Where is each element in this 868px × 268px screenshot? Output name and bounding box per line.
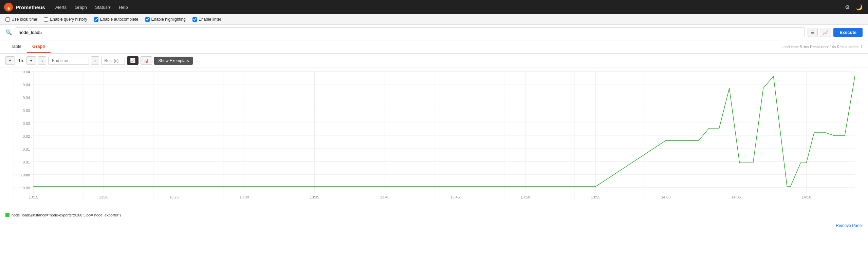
- use-local-time-checkbox[interactable]: [5, 17, 10, 22]
- enable-linter-toggle[interactable]: Enable linter: [192, 17, 221, 22]
- svg-text:0.03: 0.03: [23, 109, 30, 113]
- search-row: 🔍 ☰ 📈 Execute: [0, 25, 868, 40]
- svg-text:0.00: 0.00: [23, 186, 30, 190]
- line-chart-button[interactable]: 📈: [127, 56, 138, 65]
- help-link[interactable]: Help: [115, 3, 131, 11]
- zoom-out-button[interactable]: −: [5, 56, 15, 65]
- chart-area: 0.04 0.04 0.04 0.03 0.03 0.02 0.01 0.01 …: [0, 68, 868, 210]
- use-local-time-toggle[interactable]: Use local time: [5, 17, 37, 22]
- execute-button[interactable]: Execute: [833, 28, 863, 37]
- search-icon: 🔍: [5, 29, 12, 36]
- alerts-link[interactable]: Alerts: [52, 3, 70, 11]
- navbar-links: Alerts Graph Status ▾ Help: [52, 3, 131, 11]
- enable-autocomplete-label: Enable autocomplete: [100, 17, 138, 22]
- svg-text:0.02: 0.02: [23, 134, 30, 138]
- enable-highlighting-toggle[interactable]: Enable highlighting: [145, 17, 186, 22]
- svg-text:0.04: 0.04: [23, 96, 30, 100]
- show-exemplars-button[interactable]: Show Exemplars: [154, 57, 193, 65]
- stacked-chart-button[interactable]: 📊: [141, 56, 152, 65]
- brand: 🔥 Prometheus: [4, 3, 45, 12]
- chart-legend: node_load5{instance="node-exporter:9100"…: [0, 210, 868, 220]
- enable-autocomplete-toggle[interactable]: Enable autocomplete: [94, 17, 138, 22]
- enable-linter-label: Enable linter: [199, 17, 221, 22]
- enable-linter-checkbox[interactable]: [192, 17, 197, 22]
- end-time-input[interactable]: [48, 57, 89, 65]
- svg-text:0.01: 0.01: [23, 147, 30, 151]
- remove-panel-link[interactable]: Remove Panel: [836, 223, 863, 228]
- svg-text:0.01: 0.01: [23, 160, 30, 164]
- svg-text:13:35: 13:35: [310, 195, 319, 199]
- chart-svg: 0.04 0.04 0.04 0.03 0.03 0.02 0.01 0.01 …: [5, 71, 863, 200]
- svg-text:13:50: 13:50: [521, 195, 530, 199]
- legend-series-label[interactable]: node_load5{instance="node-exporter:9100"…: [12, 213, 121, 217]
- table-view-icon[interactable]: ☰: [808, 28, 818, 37]
- navbar: 🔥 Prometheus Alerts Graph Status ▾ Help …: [0, 0, 868, 14]
- settings-row: Use local time Enable query history Enab…: [0, 14, 868, 25]
- legend-color-swatch: [5, 213, 10, 217]
- graph-view-icon[interactable]: 📈: [820, 28, 831, 37]
- tab-table[interactable]: Table: [5, 40, 27, 53]
- theme-icon[interactable]: 🌙: [854, 3, 864, 12]
- svg-text:0.03: 0.03: [23, 121, 30, 126]
- enable-query-history-checkbox[interactable]: [44, 17, 48, 22]
- svg-text:14:05: 14:05: [732, 195, 741, 199]
- brand-name: Prometheus: [16, 4, 45, 10]
- enable-query-history-toggle[interactable]: Enable query history: [44, 17, 87, 22]
- svg-text:13:20: 13:20: [99, 195, 109, 199]
- bottom-bar: Remove Panel: [0, 220, 868, 231]
- settings-icon[interactable]: ⚙: [844, 3, 851, 12]
- svg-text:14:00: 14:00: [661, 195, 671, 199]
- svg-text:13:40: 13:40: [380, 195, 390, 199]
- zoom-in-button[interactable]: +: [26, 56, 36, 65]
- chevron-down-icon: ▾: [108, 5, 111, 10]
- graph-controls: − 1h + ‹ › 📈 📊 Show Exemplars: [0, 54, 868, 68]
- svg-text:5.00m: 5.00m: [20, 173, 30, 177]
- search-actions: ☰ 📈 Execute: [808, 28, 863, 37]
- enable-query-history-label: Enable query history: [50, 17, 87, 22]
- svg-text:13:25: 13:25: [169, 195, 179, 199]
- enable-highlighting-checkbox[interactable]: [145, 17, 150, 22]
- status-dropdown[interactable]: Status ▾: [92, 3, 114, 11]
- svg-text:0.04: 0.04: [23, 71, 30, 74]
- enable-highlighting-label: Enable highlighting: [151, 17, 186, 22]
- prev-time-button[interactable]: ‹: [38, 56, 46, 65]
- query-input[interactable]: [15, 27, 805, 37]
- enable-autocomplete-checkbox[interactable]: [94, 17, 98, 22]
- tab-graph[interactable]: Graph: [27, 40, 51, 53]
- resolution-input[interactable]: [101, 57, 125, 65]
- navbar-right: ⚙ 🌙: [844, 3, 864, 12]
- next-time-button[interactable]: ›: [91, 56, 99, 65]
- svg-text:13:45: 13:45: [450, 195, 460, 199]
- tabs-row: Table Graph Load time: 51ms Resolution: …: [0, 40, 868, 54]
- svg-text:13:55: 13:55: [591, 195, 601, 199]
- svg-text:0.04: 0.04: [23, 83, 30, 87]
- svg-text:13:30: 13:30: [240, 195, 249, 199]
- svg-text:13:15: 13:15: [29, 195, 38, 199]
- duration-label: 1h: [17, 58, 24, 63]
- graph-link[interactable]: Graph: [71, 3, 90, 11]
- prometheus-logo: 🔥: [4, 3, 13, 12]
- svg-text:14:10: 14:10: [802, 195, 811, 199]
- tab-meta: Load time: 51ms Resolution: 14s Result s…: [781, 41, 863, 52]
- use-local-time-label: Use local time: [12, 17, 37, 22]
